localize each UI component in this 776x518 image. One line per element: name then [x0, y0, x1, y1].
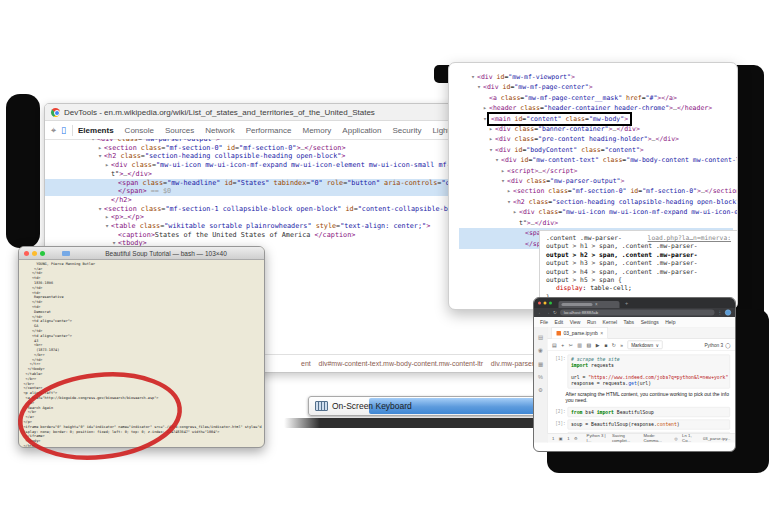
dom-node-code[interactable]: <p>…</p>: [111, 213, 144, 221]
reload-icon[interactable]: ↻: [553, 310, 557, 315]
close-button[interactable]: [24, 251, 29, 256]
dom-node-code[interactable]: </span> == $0: [118, 187, 171, 195]
forward-icon[interactable]: →: [546, 310, 551, 315]
expand-arrow-icon[interactable]: ▸: [487, 124, 495, 134]
devtools-tab-network[interactable]: Network: [205, 126, 234, 135]
zoom-button[interactable]: [40, 251, 45, 256]
save-icon[interactable]: ▤: [552, 342, 557, 348]
dom-node-code[interactable]: <div id="mw-mf-viewport">: [477, 73, 575, 81]
dom-node-code[interactable]: <div class="banner-container">…</div>: [495, 125, 640, 133]
dom-node-code[interactable]: <section class="mf-section-0" id="mf-sec…: [513, 187, 737, 195]
dom-node-code[interactable]: <div class="pre-content heading-holder">…: [495, 135, 679, 143]
zoom-button[interactable]: [549, 302, 552, 305]
collapse-arrow-icon[interactable]: ▾: [96, 205, 104, 214]
menu-view[interactable]: View: [570, 319, 581, 325]
cell-type-select[interactable]: Markdown ∨: [628, 340, 663, 349]
dom-node-code[interactable]: t">…</div>: [111, 170, 152, 178]
dom-tree-row[interactable]: ▾<div id="mw-mf-viewport">: [459, 72, 733, 82]
expand-arrow-icon[interactable]: ▸: [505, 186, 513, 196]
dom-tree-row[interactable]: ▸<section class="mf-section-0" id="mf-se…: [459, 186, 733, 196]
cut-cell-icon[interactable]: ✂: [569, 342, 573, 348]
extensions-icon[interactable]: %: [538, 374, 543, 380]
run-all-icon[interactable]: »: [620, 342, 623, 348]
inspect-element-icon[interactable]: ⌖: [51, 126, 56, 135]
on-screen-keyboard-button[interactable]: On-Screen Keyboard: [308, 396, 537, 416]
launcher-icon[interactable]: ▦: [538, 361, 543, 368]
kernel-indicator[interactable]: Python 3 ◯: [704, 342, 730, 348]
minimize-button[interactable]: [32, 251, 37, 256]
close-button[interactable]: [538, 302, 541, 305]
dom-node-code[interactable]: <table class="wikitable sortable plainro…: [111, 222, 430, 230]
file-browser-icon[interactable]: ▤: [538, 334, 543, 341]
menu-edit[interactable]: Edit: [555, 319, 564, 325]
menu-kernel[interactable]: Kernel: [603, 319, 617, 325]
dom-tree-row[interactable]: ▾<div id="bodyContent" class="content">: [459, 145, 733, 155]
devtools-tab-security[interactable]: Security: [393, 126, 422, 135]
collapse-arrow-icon[interactable]: ▾: [505, 197, 513, 207]
dom-tree-row[interactable]: ▾<h2 class="section-heading collapsible-…: [459, 197, 733, 207]
notification-icon[interactable]: ◎: [674, 436, 677, 441]
stop-kernel-icon[interactable]: ■: [604, 342, 607, 348]
restart-kernel-icon[interactable]: ↻: [612, 342, 616, 348]
expand-arrow-icon[interactable]: ▸: [103, 213, 111, 222]
code-editor[interactable]: from bs4 import BeautifulSoup: [568, 407, 731, 417]
collapse-arrow-icon[interactable]: ▾: [493, 155, 501, 165]
css-property-value[interactable]: : table-cell;: [583, 284, 632, 291]
collapse-arrow-icon[interactable]: ▾: [103, 222, 111, 231]
stylesheet-source-link[interactable]: load.php?la…n=minerva:: [648, 234, 731, 242]
dom-tree-row[interactable]: ▾<main id="content" class="mw-body">: [459, 114, 733, 124]
paste-cell-icon[interactable]: ▧: [587, 342, 592, 348]
dom-node-code[interactable]: <section class="mf-section-1 collapsible…: [104, 205, 481, 213]
dom-tree-row[interactable]: ▾<div id="mw-mf-page-center">: [459, 82, 733, 92]
add-cell-icon[interactable]: +: [561, 342, 564, 348]
dom-node-code[interactable]: <div id="bodyContent" class="content">: [495, 146, 644, 154]
device-toolbar-icon[interactable]: ▯: [61, 126, 66, 135]
terminal-count-icon[interactable]: ▣: [559, 436, 563, 441]
new-tab-icon[interactable]: +: [625, 300, 628, 306]
devtools-tab-memory[interactable]: Memory: [302, 126, 331, 135]
dom-node-code[interactable]: <div class="mw-parser-output">: [97, 139, 220, 143]
dom-node-code[interactable]: <h2 class="section-heading collapsible-h…: [513, 198, 737, 206]
expand-arrow-icon[interactable]: ▸: [487, 134, 495, 144]
expand-arrow-icon[interactable]: ▸: [96, 144, 104, 153]
dom-node-code[interactable]: <section class="mf-section-0" id="mf-sec…: [104, 144, 346, 152]
menu-tabs[interactable]: Tabs: [624, 319, 635, 325]
avatar[interactable]: [725, 310, 731, 316]
code-cell[interactable]: [3]:soup = BeautifulSoup(response.conten…: [551, 420, 731, 430]
dom-node-code[interactable]: <caption>States of the United States of …: [118, 231, 355, 239]
cursor-position[interactable]: Ln 1, Co...: [682, 433, 698, 443]
devtools-tab-performance[interactable]: Performance: [246, 126, 292, 135]
code-editor[interactable]: soup = BeautifulSoup(response.content): [568, 420, 731, 430]
menu-dots-icon[interactable]: ⋮: [718, 310, 723, 315]
devtools-tab-console[interactable]: Console: [125, 126, 154, 135]
dom-tree-row[interactable]: ▸<div class="banner-container">…</div>: [459, 124, 733, 134]
collapse-arrow-icon[interactable]: ▾: [499, 176, 507, 186]
dom-node-code[interactable]: <h2 class="section-heading collapsible-h…: [104, 152, 345, 160]
dom-tree-row[interactable]: ▸<div class="pre-content heading-holder"…: [459, 134, 733, 144]
dom-node-code[interactable]: <div id="mw-mf-page-center">: [483, 83, 593, 91]
address-input[interactable]: localhost:8888/lab: [560, 310, 715, 316]
dom-tree-row[interactable]: ▾<div id="mw-content-text" class="mw-bod…: [459, 155, 733, 165]
css-property-name[interactable]: display: [556, 284, 583, 291]
breadcrumb-text[interactable]: ent div#mw-content-text.mw-body-content.…: [301, 360, 541, 367]
menu-run[interactable]: Run: [587, 319, 596, 325]
collapse-arrow-icon[interactable]: ▾: [96, 152, 104, 161]
settings-icon[interactable]: ⚙: [538, 387, 543, 394]
expand-arrow-icon[interactable]: ▸: [511, 207, 519, 217]
saving-status[interactable]: Saving complet...: [612, 433, 639, 443]
terminal-count[interactable]: 1: [552, 436, 554, 441]
minimize-button[interactable]: [544, 302, 547, 305]
close-icon[interactable]: ×: [600, 331, 603, 337]
dom-tree-row[interactable]: t">…</div>: [459, 218, 733, 228]
code-editor[interactable]: # scrape the siteimport requests url = "…: [568, 355, 731, 389]
notebook-tab[interactable]: 03_parse.ipynb ×: [552, 328, 609, 339]
gear-icon[interactable]: ⚙: [574, 436, 578, 441]
devtools-tab-application[interactable]: Application: [342, 126, 381, 135]
dom-node-code[interactable]: <a class="mw-mf-page-center__mask" href=…: [489, 94, 677, 102]
browser-tab[interactable]: ×: [559, 301, 620, 308]
devtools-tab-sources[interactable]: Sources: [165, 126, 194, 135]
expand-arrow-icon[interactable]: ▸: [103, 161, 111, 170]
dom-node-code[interactable]: <div class="mw-parser-output">: [507, 177, 624, 185]
dom-node-code[interactable]: <div id="mw-content-text" class="mw-body…: [501, 156, 737, 164]
dom-tree-row[interactable]: ▾<div class="mw-parser-output">: [459, 176, 733, 186]
